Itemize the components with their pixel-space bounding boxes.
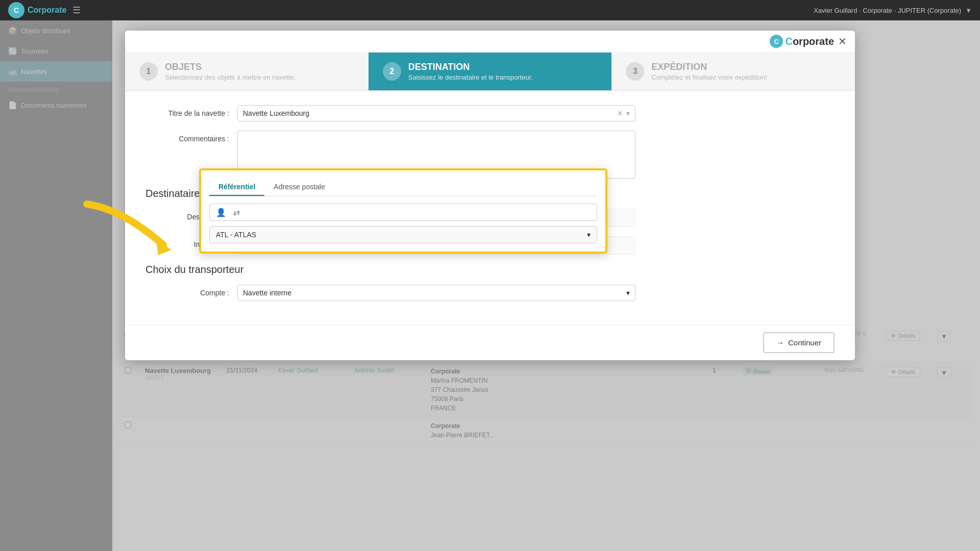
compte-label: Compte : — [145, 285, 237, 297]
popup-search-row: 👤 ⇄ — [209, 204, 597, 221]
popup-dropdown-value: ATL - ATLAS — [216, 231, 256, 239]
titre-value: Navette Luxembourg — [243, 109, 309, 117]
step-3-title: EXPÉDITION — [651, 62, 767, 72]
person-icon-button[interactable]: 👤 — [214, 207, 228, 218]
person-icon: 👤 — [216, 208, 226, 217]
select-icons: ✕ ▾ — [617, 109, 630, 117]
step-3: 3 EXPÉDITION Complétez et finalisez votr… — [611, 53, 855, 90]
popup-search-input[interactable] — [245, 206, 593, 218]
compte-row: Compte : Navette interne ▾ — [145, 285, 835, 301]
titre-row: Titre de la navette : Navette Luxembourg… — [145, 105, 835, 121]
tab-referentiel[interactable]: Référentiel — [209, 179, 264, 196]
commentaires-label: Commentaires : — [145, 131, 237, 143]
step-1: 1 OBJETS Sélectionnez des objets à mettr… — [125, 53, 369, 90]
popup-dropdown-chevron: ▾ — [587, 231, 591, 239]
tab-adresse-postale[interactable]: Adresse postale — [264, 179, 334, 196]
compte-chevron-icon[interactable]: ▾ — [626, 289, 630, 297]
commentaires-input[interactable] — [240, 133, 633, 174]
step-2: 2 DESTINATION Saisissez le destinataire … — [369, 53, 612, 90]
step-3-subtitle: Complétez et finalisez votre expédition! — [651, 73, 767, 81]
modal-backdrop: C Corporate ✕ 1 OBJETS Sélectionnez des … — [0, 0, 980, 551]
filter-icon-button[interactable]: ⇄ — [231, 207, 242, 218]
modal-logo-text: Corporate — [785, 36, 834, 47]
clear-icon[interactable]: ✕ — [617, 109, 623, 117]
popup-tabs: Référentiel Adresse postale — [209, 179, 597, 196]
titre-label: Titre de la navette : — [145, 105, 237, 117]
step-1-title: OBJETS — [165, 62, 296, 72]
step-1-subtitle: Sélectionnez des objets à mettre en nave… — [165, 73, 296, 81]
step-2-number: 2 — [383, 62, 401, 81]
popup-card: Référentiel Adresse postale 👤 ⇄ ATL - AT… — [199, 168, 607, 254]
modal-close-button[interactable]: ✕ — [838, 35, 847, 47]
transporteur-section-title: Choix du transporteur — [145, 264, 835, 276]
step-2-subtitle: Saisissez le destinataire et le transpor… — [408, 73, 533, 81]
titre-select[interactable]: Navette Luxembourg ✕ ▾ — [237, 105, 635, 121]
filter-icon: ⇄ — [233, 208, 240, 217]
step-3-number: 3 — [626, 62, 644, 81]
continuer-button[interactable]: → Continuer — [763, 332, 835, 353]
compte-value: Navette interne — [243, 289, 291, 297]
arrow-right-icon: → — [776, 338, 784, 347]
modal-footer: → Continuer — [125, 324, 855, 360]
steps-header: 1 OBJETS Sélectionnez des objets à mettr… — [125, 53, 855, 91]
compte-select[interactable]: Navette interne ▾ — [237, 285, 635, 301]
chevron-down-icon[interactable]: ▾ — [626, 109, 630, 117]
step-1-number: 1 — [139, 62, 158, 81]
step-2-title: DESTINATION — [408, 62, 533, 72]
modal-logo-icon: C — [770, 35, 783, 48]
popup-dropdown[interactable]: ATL - ATLAS ▾ — [209, 226, 597, 243]
